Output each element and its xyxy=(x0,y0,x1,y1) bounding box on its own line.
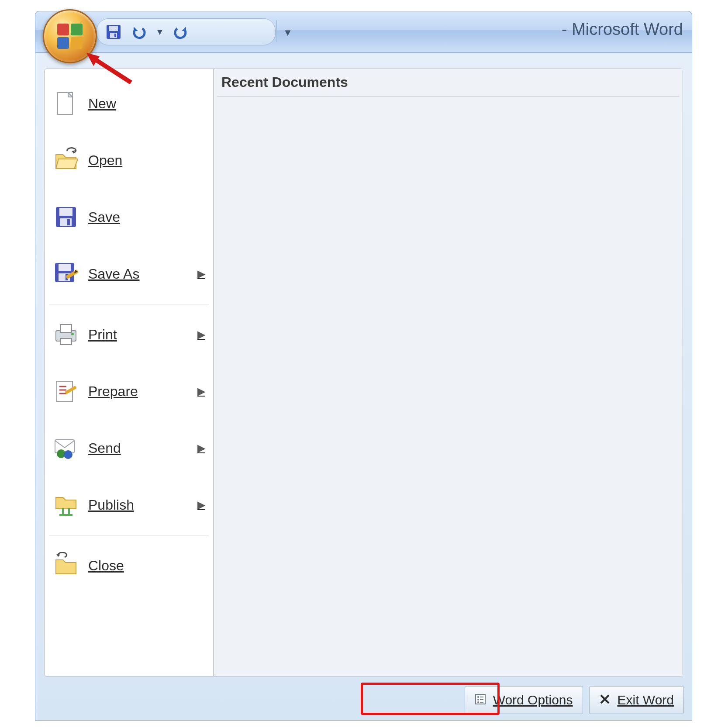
floppy-pencil-icon xyxy=(52,260,79,287)
floppy-icon xyxy=(52,204,79,231)
menu-item-label: Close xyxy=(88,558,205,574)
publish-icon xyxy=(52,491,79,518)
chevron-right-icon: ▶ xyxy=(197,442,205,454)
new-document-icon xyxy=(52,90,79,117)
svg-point-29 xyxy=(477,701,479,703)
word-options-label: Word Options xyxy=(493,693,573,707)
annotation-arrow-icon xyxy=(83,52,135,87)
undo-icon[interactable] xyxy=(130,23,148,41)
save-icon[interactable] xyxy=(105,23,122,41)
svg-rect-8 xyxy=(67,219,70,225)
menu-item-print[interactable]: Print ▶ xyxy=(48,306,210,363)
app-window: ▼ ▼ - Microsoft Word New xyxy=(35,11,692,721)
prepare-icon xyxy=(52,378,79,405)
svg-rect-24 xyxy=(68,508,70,515)
recent-documents-divider xyxy=(217,96,679,97)
menu-item-label: Print xyxy=(88,327,189,343)
svg-rect-6 xyxy=(59,208,72,216)
options-icon xyxy=(475,693,488,707)
menu-item-send[interactable]: Send ▶ xyxy=(48,420,210,476)
svg-rect-15 xyxy=(60,324,72,332)
folder-open-icon xyxy=(52,147,79,174)
menu-separator xyxy=(49,304,209,304)
menu-item-close[interactable]: Close xyxy=(48,537,210,594)
menu-item-open[interactable]: Open xyxy=(48,132,210,189)
chevron-right-icon: ▶ xyxy=(197,328,205,341)
undo-dropdown-icon[interactable]: ▼ xyxy=(155,27,164,37)
close-icon xyxy=(599,693,612,707)
title-bar: ▼ ▼ - Microsoft Word xyxy=(35,11,692,53)
office-menu: New Open Save xyxy=(35,52,692,721)
menu-item-label: Prepare xyxy=(88,383,189,400)
menu-separator xyxy=(49,535,209,535)
redo-icon[interactable] xyxy=(172,23,190,41)
menu-item-save[interactable]: Save xyxy=(48,189,210,245)
menu-item-prepare[interactable]: Prepare ▶ xyxy=(48,363,210,420)
word-options-button[interactable]: Word Options xyxy=(465,686,583,714)
svg-rect-1 xyxy=(109,26,118,31)
menu-item-save-as[interactable]: Save As ▶ xyxy=(48,245,210,302)
send-icon xyxy=(52,435,79,462)
recent-documents-panel: Recent Documents xyxy=(214,69,683,676)
printer-icon xyxy=(52,321,79,348)
chevron-right-icon: ▶ xyxy=(197,268,205,280)
svg-point-27 xyxy=(477,696,479,698)
menu-item-publish[interactable]: Publish ▶ xyxy=(48,476,210,533)
svg-point-17 xyxy=(71,333,74,335)
chevron-right-icon: ▶ xyxy=(197,499,205,511)
svg-rect-25 xyxy=(59,514,72,516)
svg-point-28 xyxy=(477,699,479,700)
folder-close-icon xyxy=(52,552,79,579)
svg-rect-10 xyxy=(59,264,71,271)
svg-rect-3 xyxy=(114,34,116,37)
recent-documents-header: Recent Documents xyxy=(221,74,348,90)
menu-item-label: Open xyxy=(88,152,205,169)
svg-rect-23 xyxy=(62,508,64,515)
qat-separator xyxy=(276,20,277,42)
office-menu-footer: Word Options Exit Word xyxy=(35,680,692,720)
qat-customize-icon[interactable]: ▼ xyxy=(283,27,293,38)
menu-item-label: Publish xyxy=(88,497,189,513)
office-menu-panel: New Open Save xyxy=(44,69,683,676)
menu-item-label: New xyxy=(88,96,205,112)
menu-item-label: Save As xyxy=(88,266,189,282)
menu-item-label: Save xyxy=(88,209,205,225)
chevron-right-icon: ▶ xyxy=(197,385,205,397)
exit-word-button[interactable]: Exit Word xyxy=(589,686,684,714)
svg-point-22 xyxy=(64,450,72,459)
svg-rect-7 xyxy=(60,218,72,226)
svg-rect-16 xyxy=(60,338,72,345)
window-title: - Microsoft Word xyxy=(562,20,683,39)
menu-item-label: Send xyxy=(88,440,189,456)
office-menu-left: New Open Save xyxy=(45,69,214,676)
exit-word-label: Exit Word xyxy=(618,693,674,707)
quick-access-toolbar: ▼ xyxy=(97,18,276,45)
